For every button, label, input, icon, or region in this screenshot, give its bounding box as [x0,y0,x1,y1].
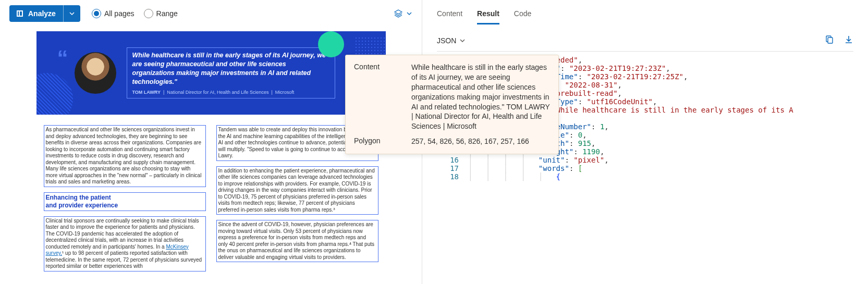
copy-icon [824,35,834,44]
radio-all-label: All pages [104,9,135,18]
line-number: 18 [437,172,468,181]
quote-org: Microsoft [275,90,295,95]
json-label: JSON [437,36,456,45]
tooltip-polygon-value: 257, 54, 826, 56, 826, 167, 257, 166 [411,137,550,146]
quote-text: While healthcare is still in the early s… [132,51,329,87]
radio-all-pages[interactable]: All pages [92,9,135,18]
page-range-radio-group: All pages Range [92,9,178,18]
quote-attribution: TOM LAWRY | National Director for AI, He… [132,90,329,95]
quote-region[interactable]: While healthcare is still in the early s… [127,47,335,98]
line-number: 16 [437,156,468,164]
result-tabs: Content Result Code [422,0,868,24]
column-left: As pharmaceutical and other life science… [44,125,206,277]
code-line: 18│ │ │ │ │ { [437,172,853,181]
text-region[interactable]: In addition to enhancing the patient exp… [216,166,378,215]
code-content: │ │ │ │ "unit": "pixel", [468,156,609,164]
paragraph: As pharmaceutical and other life science… [46,127,202,184]
paragraph: Since the advent of COVID-19, however, p… [218,221,375,260]
text-region[interactable]: Since the advent of COVID-19, however, p… [216,220,378,262]
line-number: 17 [437,164,468,172]
text-region[interactable]: As pharmaceutical and other life science… [44,125,206,187]
analyze-icon [16,9,24,18]
radio-range-label: Range [156,9,178,18]
text-region[interactable]: Clinical trial sponsors are continually … [44,216,206,271]
chevron-down-icon [406,10,412,17]
tooltip-polygon-label: Polygon [354,137,411,146]
code-content: │ │ │ │ │ { [468,172,560,181]
subheading: Enhancing the patient and provider exper… [46,194,118,209]
paragraph: In addition to enhancing the patient exp… [218,168,375,213]
json-bar: JSON [422,24,868,51]
chevron-down-icon [459,38,466,44]
decoration [318,31,344,57]
quote-mark-icon: “ [57,46,68,71]
paragraph: ¹ up to 98 percent of patients reported … [46,250,202,269]
code-content: │ │ │ │ "words": [ [468,164,582,172]
json-format-dropdown[interactable]: JSON [437,36,466,45]
region-tooltip: Content While healthcare is still in the… [345,55,559,154]
document-page: “ While healthcare is still in the early… [36,31,386,277]
analyze-split-chevron[interactable] [63,5,80,22]
tooltip-content-label: Content [354,63,411,131]
decoration [36,73,73,115]
tab-result[interactable]: Result [477,9,499,24]
chevron-down-icon [69,10,75,17]
quote-author: TOM LAWRY [132,90,161,95]
subheading-region[interactable]: Enhancing the patient and provider exper… [44,192,206,211]
tooltip-content-value: While healthcare is still in the early s… [411,63,550,131]
code-line: 17│ │ │ │ "words": [ [437,164,853,172]
toolbar: Analyze All pages Range [0,0,422,27]
avatar [75,52,116,94]
download-icon [844,35,853,44]
document-body: As pharmaceutical and other life science… [36,115,386,277]
radio-range[interactable]: Range [144,9,178,18]
analyze-button[interactable]: Analyze [9,5,80,22]
radio-circle-icon [92,9,101,18]
tab-content[interactable]: Content [437,9,462,24]
svg-rect-4 [22,10,23,17]
hero-banner: “ While healthcare is still in the early… [36,31,386,115]
tab-code[interactable]: Code [514,9,531,24]
copy-button[interactable] [824,35,834,46]
svg-rect-6 [828,38,833,43]
layers-dropdown[interactable] [394,9,412,18]
radio-circle-icon [144,9,153,18]
code-line: 16│ │ │ │ "unit": "pixel", [437,156,853,164]
download-button[interactable] [844,35,853,46]
analyze-label: Analyze [28,9,56,18]
layers-icon [394,9,403,18]
quote-role: National Director for AI, Health and Lif… [167,90,268,95]
